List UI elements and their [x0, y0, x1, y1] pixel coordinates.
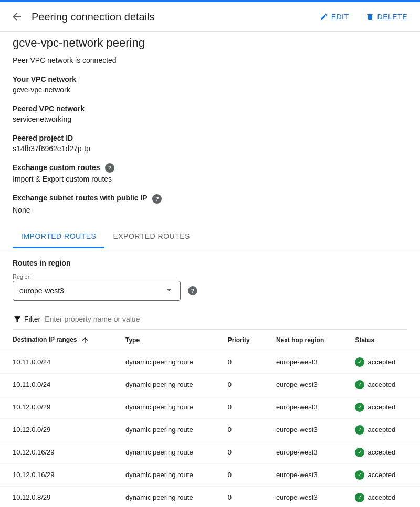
cell-type: dynamic peering route: [113, 373, 215, 396]
your-vpc-label: Your VPC network: [13, 75, 407, 83]
filter-funnel-icon: [13, 314, 22, 324]
cell-status: ✓ accepted: [342, 396, 420, 418]
cell-status: ✓ accepted: [342, 351, 420, 373]
cell-status: ✓ accepted: [342, 486, 420, 507]
sort-icon[interactable]: [81, 336, 89, 344]
tabs-container: IMPORTED ROUTES EXPORTED ROUTES: [0, 225, 420, 248]
exchange-custom-help-icon[interactable]: ?: [105, 163, 114, 173]
status-check-icon: ✓: [355, 470, 364, 480]
page-title: Peering connection details: [32, 11, 316, 23]
exchange-custom-value: Import & Export custom routes: [13, 175, 407, 183]
status-text: accepted: [368, 493, 395, 501]
cell-next-hop: europe-west3: [264, 463, 343, 486]
region-select-container: europe-west3: [13, 281, 181, 301]
routes-section-title: Routes in region: [13, 259, 407, 267]
cell-next-hop: europe-west3: [264, 418, 343, 441]
region-label: Region: [13, 273, 407, 280]
status-text: accepted: [368, 448, 395, 456]
cell-priority: 0: [215, 351, 264, 373]
header-actions: EDIT DELETE: [316, 9, 412, 24]
table-header: Destination IP ranges Type Priority Next…: [0, 330, 420, 351]
status-check-icon: ✓: [355, 493, 364, 502]
peered-project-value: s14fb37f6962e1d27p-tp: [13, 144, 407, 153]
cell-next-hop: europe-west3: [264, 396, 343, 418]
exchange-subnet-value: None: [13, 206, 407, 214]
cell-status: ✓ accepted: [342, 441, 420, 463]
cell-type: dynamic peering route: [113, 486, 215, 507]
status-badge: ✓ accepted: [355, 448, 407, 457]
peered-vpc-field: Peered VPC network servicenetworking: [13, 104, 407, 123]
status-check-icon: ✓: [355, 403, 364, 412]
cell-type: dynamic peering route: [113, 441, 215, 463]
status-text: accepted: [368, 471, 395, 479]
cell-status: ✓ accepted: [342, 463, 420, 486]
table-row: 10.11.0.0/24 dynamic peering route 0 eur…: [0, 373, 420, 396]
table-row: 10.12.0.0/29 dynamic peering route 0 eur…: [0, 396, 420, 418]
cell-type: dynamic peering route: [113, 463, 215, 486]
cell-dest-ip: 10.11.0.0/24: [0, 351, 113, 373]
col-next-hop: Next hop region: [264, 330, 343, 351]
cell-priority: 0: [215, 418, 264, 441]
status-check-icon: ✓: [355, 357, 364, 367]
status-text: accepted: [368, 358, 395, 366]
tab-imported-routes[interactable]: IMPORTED ROUTES: [13, 225, 104, 248]
status-check-icon: ✓: [355, 425, 364, 435]
tab-exported-routes[interactable]: EXPORTED ROUTES: [104, 225, 198, 248]
exchange-custom-label: Exchange custom routes ?: [13, 163, 407, 173]
exchange-subnet-field: Exchange subnet routes with public IP ? …: [13, 194, 407, 214]
table-header-row: Destination IP ranges Type Priority Next…: [0, 330, 420, 351]
table-body: 10.11.0.0/24 dynamic peering route 0 eur…: [0, 351, 420, 507]
routes-section: Routes in region Region europe-west3 ?: [13, 259, 407, 507]
page-header: Peering connection details EDIT DELETE: [0, 2, 420, 32]
peered-vpc-value: servicenetworking: [13, 115, 407, 123]
region-select-wrapper: europe-west3 ?: [13, 281, 407, 301]
cell-dest-ip: 10.12.0.0/29: [0, 418, 113, 441]
cell-next-hop: europe-west3: [264, 441, 343, 463]
peered-project-field: Peered project ID s14fb37f6962e1d27p-tp: [13, 134, 407, 153]
filter-input[interactable]: [45, 315, 407, 323]
cell-dest-ip: 10.12.0.16/29: [0, 441, 113, 463]
region-help-icon[interactable]: ?: [188, 286, 197, 295]
exchange-subnet-help-icon[interactable]: ?: [152, 194, 162, 204]
status-check-icon: ✓: [355, 448, 364, 457]
cell-priority: 0: [215, 373, 264, 396]
status-badge: ✓ accepted: [355, 470, 407, 480]
peered-vpc-label: Peered VPC network: [13, 104, 407, 113]
region-field: Region europe-west3 ?: [13, 273, 407, 301]
status-check-icon: ✓: [355, 380, 364, 389]
status-badge: ✓ accepted: [355, 403, 407, 412]
edit-icon: [320, 13, 328, 21]
delete-icon: [366, 13, 374, 21]
cell-dest-ip: 10.12.0.16/29: [0, 463, 113, 486]
edit-button[interactable]: EDIT: [316, 9, 353, 24]
status-badge: ✓ accepted: [355, 380, 407, 389]
status-badge: ✓ accepted: [355, 357, 407, 367]
your-vpc-value: gcve-vpc-network: [13, 86, 407, 94]
exchange-subnet-label: Exchange subnet routes with public IP ?: [13, 194, 407, 203]
cell-next-hop: europe-west3: [264, 486, 343, 507]
cell-priority: 0: [215, 463, 264, 486]
col-status: Status: [342, 330, 420, 351]
col-dest-ip: Destination IP ranges: [0, 330, 113, 351]
delete-button[interactable]: DELETE: [362, 9, 412, 24]
exchange-custom-field: Exchange custom routes ? Import & Export…: [13, 163, 407, 183]
cell-type: dynamic peering route: [113, 351, 215, 373]
cell-priority: 0: [215, 396, 264, 418]
cell-type: dynamic peering route: [113, 396, 215, 418]
page-content: gcve-vpc-network peering Peer VPC networ…: [0, 32, 420, 507]
region-select[interactable]: europe-west3: [13, 281, 181, 301]
table-row: 10.12.0.8/29 dynamic peering route 0 eur…: [0, 486, 420, 507]
cell-type: dynamic peering route: [113, 418, 215, 441]
col-priority: Priority: [215, 330, 264, 351]
table-row: 10.11.0.0/24 dynamic peering route 0 eur…: [0, 351, 420, 373]
status-text: accepted: [368, 426, 395, 434]
back-button[interactable]: [8, 8, 25, 25]
status-badge: ✓ accepted: [355, 425, 407, 435]
cell-dest-ip: 10.11.0.0/24: [0, 373, 113, 396]
cell-next-hop: europe-west3: [264, 351, 343, 373]
filter-icon-label: Filter: [13, 314, 40, 324]
cell-priority: 0: [215, 441, 264, 463]
cell-dest-ip: 10.12.0.0/29: [0, 396, 113, 418]
cell-priority: 0: [215, 486, 264, 507]
routes-table: Destination IP ranges Type Priority Next…: [0, 330, 420, 507]
